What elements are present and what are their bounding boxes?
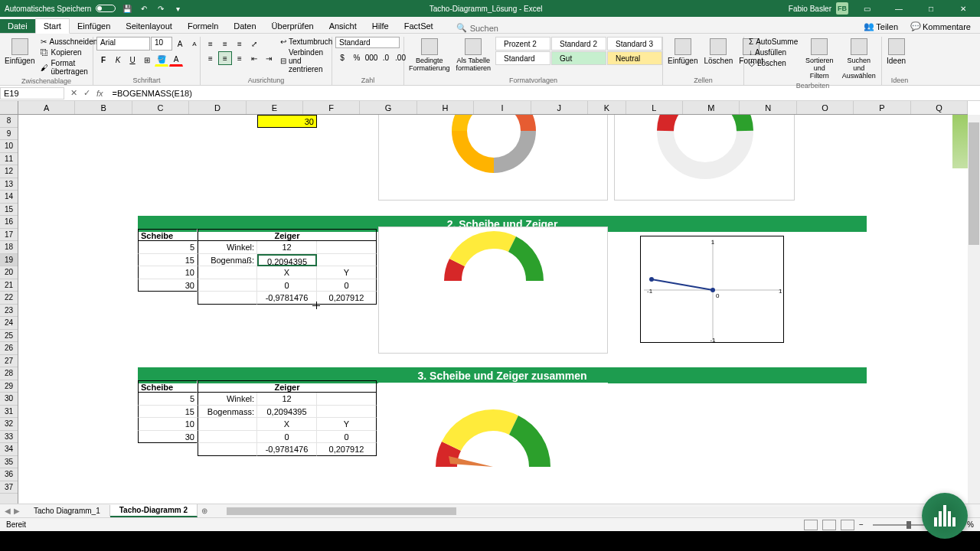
cancel-formula-icon[interactable]: ✕ bbox=[70, 88, 77, 98]
bold-button[interactable]: F bbox=[96, 53, 110, 67]
row-header-31[interactable]: 31 bbox=[0, 406, 18, 419]
cell-E29-merged[interactable]: Zeiger bbox=[198, 380, 377, 393]
col-header-K[interactable]: K bbox=[588, 101, 626, 114]
style-standard2[interactable]: Standard 2 bbox=[551, 37, 606, 51]
redo-icon[interactable]: ↷ bbox=[155, 3, 166, 14]
row-header-32[interactable]: 32 bbox=[0, 418, 18, 431]
col-header-O[interactable]: O bbox=[797, 101, 854, 114]
menu-help[interactable]: Hilfe bbox=[364, 19, 397, 33]
col-header-M[interactable]: M bbox=[683, 101, 740, 114]
cell-C30[interactable]: 5 bbox=[138, 393, 198, 406]
select-all-corner[interactable] bbox=[0, 101, 18, 115]
cell-D34[interactable] bbox=[198, 443, 257, 456]
row-header-19[interactable]: 19 bbox=[0, 254, 18, 267]
chart-donut-2[interactable] bbox=[614, 101, 795, 201]
style-standard[interactable]: Standard bbox=[495, 51, 550, 65]
cell-F18[interactable] bbox=[317, 241, 377, 254]
menu-file[interactable]: Datei bbox=[0, 19, 35, 33]
close-icon[interactable]: ✕ bbox=[949, 0, 977, 17]
cell-E18[interactable]: 12 bbox=[257, 241, 317, 254]
cell-D32[interactable] bbox=[198, 418, 257, 431]
cell-D20[interactable] bbox=[198, 266, 257, 279]
row-header-8[interactable]: 8 bbox=[0, 115, 18, 128]
row-header-30[interactable]: 30 bbox=[0, 393, 18, 406]
cond-format-button[interactable]: Bedingte Formatierung bbox=[407, 37, 452, 73]
menu-data[interactable]: Daten bbox=[226, 19, 263, 33]
align-right-icon[interactable]: ≡ bbox=[233, 51, 247, 65]
fx-icon[interactable]: fx bbox=[96, 89, 103, 98]
indent-inc-icon[interactable]: ⇥ bbox=[262, 51, 276, 65]
cell-F19[interactable] bbox=[317, 254, 377, 267]
auto-save-toggle[interactable]: Automatisches Speichern bbox=[5, 5, 116, 13]
cell-C17[interactable]: Scheibe bbox=[138, 229, 198, 242]
autosum-button[interactable]: ΣAutoSumme bbox=[747, 37, 799, 47]
fill-color-button[interactable]: 🪣 bbox=[155, 53, 168, 67]
shrink-font-icon[interactable]: A bbox=[188, 37, 201, 51]
row-header-26[interactable]: 26 bbox=[0, 342, 18, 355]
row-header-34[interactable]: 34 bbox=[0, 443, 18, 456]
row-header-12[interactable]: 12 bbox=[0, 165, 18, 178]
tell-me-search[interactable]: 🔍Suchen bbox=[456, 23, 498, 33]
cell-E22[interactable]: -0,9781476 bbox=[257, 292, 317, 305]
copy-button[interactable]: ⿻Kopieren bbox=[39, 47, 99, 57]
col-header-G[interactable]: G bbox=[360, 101, 416, 114]
zoom-out-icon[interactable]: − bbox=[859, 520, 864, 529]
grow-font-icon[interactable]: A bbox=[173, 37, 187, 51]
indent-dec-icon[interactable]: ⇤ bbox=[247, 51, 261, 65]
cell-E30[interactable]: 12 bbox=[257, 393, 317, 406]
row-header-22[interactable]: 22 bbox=[0, 292, 18, 305]
qat-dropdown-icon[interactable]: ▾ bbox=[172, 3, 183, 14]
border-button[interactable]: ⊞ bbox=[140, 53, 154, 67]
minimize-icon[interactable]: — bbox=[885, 0, 913, 17]
row-header-13[interactable]: 13 bbox=[0, 178, 18, 191]
col-header-C[interactable]: C bbox=[132, 101, 189, 114]
save-icon[interactable]: 💾 bbox=[122, 3, 132, 14]
vertical-scrollbar[interactable] bbox=[968, 115, 980, 504]
undo-icon[interactable]: ↶ bbox=[139, 3, 149, 14]
formula-input[interactable]: =BOGENMASS(E18) bbox=[109, 88, 980, 99]
cell-E32[interactable]: X bbox=[257, 418, 317, 431]
row-header-28[interactable]: 28 bbox=[0, 367, 18, 380]
merge-button[interactable]: ⊟Verbinden und zentrieren bbox=[279, 47, 334, 74]
format-painter-button[interactable]: 🖌Format übertragen bbox=[39, 58, 99, 77]
row-header-29[interactable]: 29 bbox=[0, 380, 18, 393]
cell-C33[interactable]: 30 bbox=[138, 431, 198, 444]
sheet-tab-2[interactable]: Tacho-Diagramm 2 bbox=[110, 504, 198, 517]
inc-decimal-icon[interactable]: .0 bbox=[379, 51, 393, 64]
maximize-icon[interactable]: □ bbox=[917, 0, 945, 17]
menu-factset[interactable]: FactSet bbox=[397, 19, 441, 33]
style-gut[interactable]: Gut bbox=[551, 51, 606, 65]
row-header-24[interactable]: 24 bbox=[0, 317, 18, 330]
cell-D33[interactable] bbox=[198, 431, 257, 444]
cell-E21[interactable]: 0 bbox=[257, 279, 317, 292]
font-color-button[interactable]: A bbox=[169, 53, 183, 67]
row-header-37[interactable]: 37 bbox=[0, 481, 18, 494]
number-format-select[interactable]: Standard bbox=[335, 37, 400, 48]
col-header-N[interactable]: N bbox=[740, 101, 796, 114]
row-header-9[interactable]: 9 bbox=[0, 128, 18, 141]
col-header-D[interactable]: D bbox=[189, 101, 246, 114]
col-header-H[interactable]: H bbox=[417, 101, 474, 114]
page-layout-icon[interactable] bbox=[822, 520, 836, 530]
row-header-10[interactable]: 10 bbox=[0, 140, 18, 153]
menu-insert[interactable]: Einfügen bbox=[70, 19, 118, 33]
normal-view-icon[interactable] bbox=[804, 520, 818, 530]
sheet-tab-1[interactable]: Tacho Diagramm_1 bbox=[24, 505, 110, 517]
menu-formulas[interactable]: Formeln bbox=[180, 19, 226, 33]
cut-button[interactable]: ✂Ausschneiden bbox=[39, 37, 99, 47]
row-header-17[interactable]: 17 bbox=[0, 229, 18, 242]
col-header-B[interactable]: B bbox=[75, 101, 132, 114]
col-header-L[interactable]: L bbox=[626, 101, 683, 114]
col-header-Q[interactable]: Q bbox=[911, 101, 968, 114]
cell-D21[interactable] bbox=[198, 279, 257, 292]
row-header-27[interactable]: 27 bbox=[0, 355, 18, 368]
cell-D18[interactable]: Winkel: bbox=[198, 241, 257, 254]
row-header-21[interactable]: 21 bbox=[0, 279, 18, 292]
find-select-button[interactable]: Suchen und Auswählen bbox=[840, 37, 878, 81]
cell-F33[interactable]: 0 bbox=[317, 431, 377, 444]
cell-E8[interactable]: 30 bbox=[257, 115, 317, 128]
cell-C20[interactable]: 10 bbox=[138, 266, 198, 279]
ribbon-opts-icon[interactable]: ▭ bbox=[853, 0, 880, 17]
delete-cells-button[interactable]: Löschen bbox=[702, 37, 734, 67]
font-name-select[interactable]: Arial bbox=[96, 37, 150, 51]
